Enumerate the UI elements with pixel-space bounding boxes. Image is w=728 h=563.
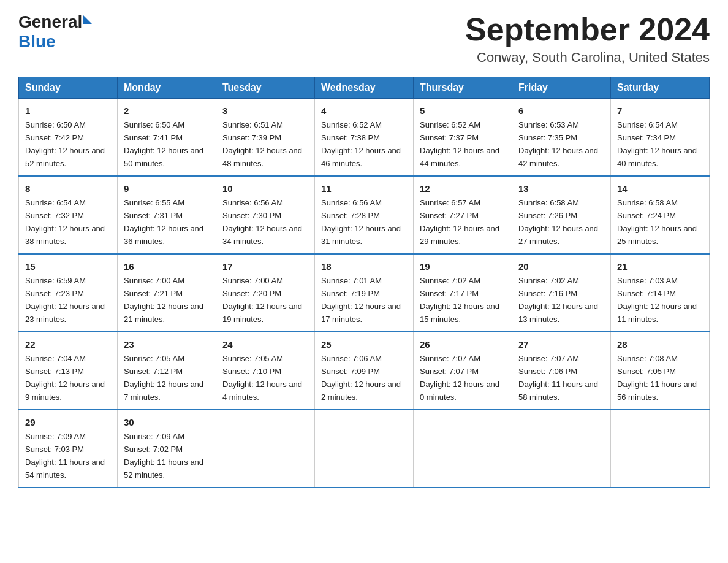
logo-arrow-icon bbox=[83, 15, 92, 24]
day-number: 13 bbox=[518, 182, 604, 196]
day-info: Sunrise: 7:02 AMSunset: 7:17 PMDaylight:… bbox=[420, 276, 499, 324]
day-number: 4 bbox=[321, 104, 407, 118]
day-info: Sunrise: 6:59 AMSunset: 7:23 PMDaylight:… bbox=[25, 276, 105, 324]
calendar-cell: 4Sunrise: 6:52 AMSunset: 7:38 PMDaylight… bbox=[315, 99, 414, 176]
day-number: 21 bbox=[617, 259, 703, 274]
header-wednesday: Wednesday bbox=[315, 77, 414, 99]
day-number: 15 bbox=[25, 259, 111, 274]
calendar-cell bbox=[611, 410, 710, 488]
day-info: Sunrise: 6:53 AMSunset: 7:35 PMDaylight:… bbox=[518, 120, 598, 168]
day-number: 7 bbox=[617, 104, 703, 118]
day-info: Sunrise: 7:02 AMSunset: 7:16 PMDaylight:… bbox=[518, 276, 598, 324]
day-number: 6 bbox=[518, 104, 604, 118]
calendar-cell: 19Sunrise: 7:02 AMSunset: 7:17 PMDayligh… bbox=[414, 254, 512, 332]
calendar-cell: 18Sunrise: 7:01 AMSunset: 7:19 PMDayligh… bbox=[315, 254, 414, 332]
day-info: Sunrise: 6:51 AMSunset: 7:39 PMDaylight:… bbox=[222, 120, 302, 168]
calendar-cell: 11Sunrise: 6:56 AMSunset: 7:28 PMDayligh… bbox=[315, 176, 414, 254]
day-info: Sunrise: 7:03 AMSunset: 7:14 PMDaylight:… bbox=[617, 276, 697, 324]
header-friday: Friday bbox=[512, 77, 611, 99]
day-info: Sunrise: 7:08 AMSunset: 7:05 PMDaylight:… bbox=[617, 354, 697, 402]
calendar-cell: 7Sunrise: 6:54 AMSunset: 7:34 PMDaylight… bbox=[611, 99, 710, 176]
calendar-cell: 6Sunrise: 6:53 AMSunset: 7:35 PMDaylight… bbox=[512, 99, 611, 176]
header-saturday: Saturday bbox=[611, 77, 710, 99]
calendar-cell: 24Sunrise: 7:05 AMSunset: 7:10 PMDayligh… bbox=[216, 332, 315, 410]
day-info: Sunrise: 6:50 AMSunset: 7:41 PMDaylight:… bbox=[124, 120, 203, 168]
calendar-cell bbox=[216, 410, 315, 488]
header-thursday: Thursday bbox=[414, 77, 512, 99]
day-info: Sunrise: 7:07 AMSunset: 7:06 PMDaylight:… bbox=[518, 354, 598, 402]
calendar-cell bbox=[315, 410, 414, 488]
day-number: 28 bbox=[617, 337, 703, 351]
calendar-cell: 5Sunrise: 6:52 AMSunset: 7:37 PMDaylight… bbox=[414, 99, 512, 176]
day-number: 3 bbox=[222, 104, 308, 118]
calendar-cell: 14Sunrise: 6:58 AMSunset: 7:24 PMDayligh… bbox=[611, 176, 710, 254]
page-header: General Blue September 2024 Conway, Sout… bbox=[18, 12, 710, 66]
title-block: September 2024 Conway, South Carolina, U… bbox=[465, 12, 710, 66]
header-sunday: Sunday bbox=[19, 77, 118, 99]
day-info: Sunrise: 7:06 AMSunset: 7:09 PMDaylight:… bbox=[321, 354, 401, 402]
calendar-cell: 16Sunrise: 7:00 AMSunset: 7:21 PMDayligh… bbox=[118, 254, 216, 332]
calendar-cell: 26Sunrise: 7:07 AMSunset: 7:07 PMDayligh… bbox=[414, 332, 512, 410]
day-number: 14 bbox=[617, 182, 703, 196]
calendar-cell: 9Sunrise: 6:55 AMSunset: 7:31 PMDaylight… bbox=[118, 176, 216, 254]
day-info: Sunrise: 7:09 AMSunset: 7:02 PMDaylight:… bbox=[124, 432, 203, 480]
day-info: Sunrise: 7:00 AMSunset: 7:20 PMDaylight:… bbox=[222, 276, 302, 324]
week-row-1: 1Sunrise: 6:50 AMSunset: 7:42 PMDaylight… bbox=[19, 99, 710, 176]
day-number: 2 bbox=[124, 104, 210, 118]
calendar-cell: 21Sunrise: 7:03 AMSunset: 7:14 PMDayligh… bbox=[611, 254, 710, 332]
day-number: 16 bbox=[124, 259, 210, 274]
logo: General Blue bbox=[18, 12, 92, 52]
day-number: 17 bbox=[222, 259, 308, 274]
calendar-cell: 22Sunrise: 7:04 AMSunset: 7:13 PMDayligh… bbox=[19, 332, 118, 410]
calendar-cell: 30Sunrise: 7:09 AMSunset: 7:02 PMDayligh… bbox=[118, 410, 216, 488]
calendar-cell: 8Sunrise: 6:54 AMSunset: 7:32 PMDaylight… bbox=[19, 176, 118, 254]
month-title: September 2024 bbox=[465, 12, 710, 47]
day-info: Sunrise: 7:04 AMSunset: 7:13 PMDaylight:… bbox=[25, 354, 105, 402]
week-row-3: 15Sunrise: 6:59 AMSunset: 7:23 PMDayligh… bbox=[19, 254, 710, 332]
day-info: Sunrise: 6:58 AMSunset: 7:26 PMDaylight:… bbox=[518, 198, 598, 246]
day-info: Sunrise: 6:55 AMSunset: 7:31 PMDaylight:… bbox=[124, 198, 203, 246]
week-row-5: 29Sunrise: 7:09 AMSunset: 7:03 PMDayligh… bbox=[19, 410, 710, 488]
calendar-cell: 15Sunrise: 6:59 AMSunset: 7:23 PMDayligh… bbox=[19, 254, 118, 332]
calendar-cell: 27Sunrise: 7:07 AMSunset: 7:06 PMDayligh… bbox=[512, 332, 611, 410]
calendar-cell: 29Sunrise: 7:09 AMSunset: 7:03 PMDayligh… bbox=[19, 410, 118, 488]
day-info: Sunrise: 7:00 AMSunset: 7:21 PMDaylight:… bbox=[124, 276, 203, 324]
day-number: 22 bbox=[25, 337, 111, 351]
day-info: Sunrise: 7:07 AMSunset: 7:07 PMDaylight:… bbox=[420, 354, 499, 402]
calendar-cell: 3Sunrise: 6:51 AMSunset: 7:39 PMDaylight… bbox=[216, 99, 315, 176]
day-number: 30 bbox=[124, 415, 210, 429]
calendar-cell: 20Sunrise: 7:02 AMSunset: 7:16 PMDayligh… bbox=[512, 254, 611, 332]
day-number: 18 bbox=[321, 259, 407, 274]
day-info: Sunrise: 7:01 AMSunset: 7:19 PMDaylight:… bbox=[321, 276, 401, 324]
header-monday: Monday bbox=[118, 77, 216, 99]
calendar-cell: 13Sunrise: 6:58 AMSunset: 7:26 PMDayligh… bbox=[512, 176, 611, 254]
calendar-cell: 12Sunrise: 6:57 AMSunset: 7:27 PMDayligh… bbox=[414, 176, 512, 254]
calendar-cell: 28Sunrise: 7:08 AMSunset: 7:05 PMDayligh… bbox=[611, 332, 710, 410]
day-info: Sunrise: 6:52 AMSunset: 7:38 PMDaylight:… bbox=[321, 120, 401, 168]
calendar-cell: 23Sunrise: 7:05 AMSunset: 7:12 PMDayligh… bbox=[118, 332, 216, 410]
day-number: 27 bbox=[518, 337, 604, 351]
day-number: 25 bbox=[321, 337, 407, 351]
day-info: Sunrise: 6:56 AMSunset: 7:28 PMDaylight:… bbox=[321, 198, 401, 246]
day-number: 1 bbox=[25, 104, 111, 118]
day-number: 24 bbox=[222, 337, 308, 351]
day-number: 5 bbox=[420, 104, 506, 118]
day-number: 8 bbox=[25, 182, 111, 196]
day-number: 19 bbox=[420, 259, 506, 274]
calendar-cell: 10Sunrise: 6:56 AMSunset: 7:30 PMDayligh… bbox=[216, 176, 315, 254]
day-info: Sunrise: 6:54 AMSunset: 7:34 PMDaylight:… bbox=[617, 120, 697, 168]
calendar-table: SundayMondayTuesdayWednesdayThursdayFrid… bbox=[18, 77, 710, 488]
day-number: 11 bbox=[321, 182, 407, 196]
logo-blue: Blue bbox=[18, 32, 56, 52]
calendar-cell: 25Sunrise: 7:06 AMSunset: 7:09 PMDayligh… bbox=[315, 332, 414, 410]
day-info: Sunrise: 6:58 AMSunset: 7:24 PMDaylight:… bbox=[617, 198, 697, 246]
day-number: 29 bbox=[25, 415, 111, 429]
day-number: 9 bbox=[124, 182, 210, 196]
day-info: Sunrise: 6:54 AMSunset: 7:32 PMDaylight:… bbox=[25, 198, 105, 246]
day-number: 10 bbox=[222, 182, 308, 196]
day-number: 26 bbox=[420, 337, 506, 351]
day-number: 12 bbox=[420, 182, 506, 196]
location-title: Conway, South Carolina, United States bbox=[465, 50, 710, 66]
day-info: Sunrise: 7:05 AMSunset: 7:10 PMDaylight:… bbox=[222, 354, 302, 402]
calendar-cell bbox=[414, 410, 512, 488]
